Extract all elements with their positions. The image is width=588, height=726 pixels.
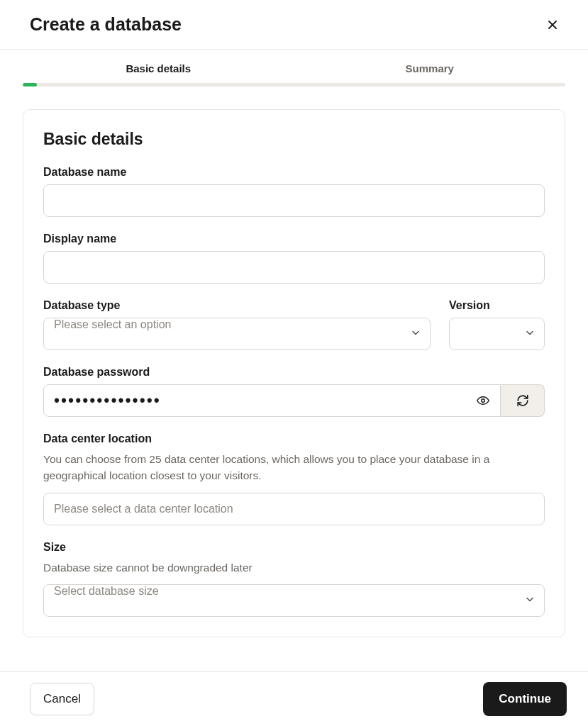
tab-basic-details[interactable]: Basic details: [23, 50, 294, 83]
data-center-location-label: Data center location: [43, 432, 545, 445]
eye-icon: [477, 394, 489, 407]
database-password-input[interactable]: [43, 384, 501, 417]
regenerate-password-button[interactable]: [501, 384, 545, 417]
version-select[interactable]: [449, 318, 545, 350]
size-helper: Database size cannot be downgraded later: [43, 559, 545, 576]
close-button[interactable]: [543, 15, 562, 35]
toggle-password-visibility-button[interactable]: [474, 391, 492, 410]
database-name-input[interactable]: [43, 184, 545, 217]
tab-summary[interactable]: Summary: [294, 50, 566, 83]
close-icon: [547, 19, 558, 30]
modal-title: Create a database: [30, 14, 182, 35]
database-name-label: Database name: [43, 166, 545, 179]
display-name-label: Display name: [43, 233, 545, 245]
version-label: Version: [449, 299, 545, 312]
database-type-select[interactable]: Please select an option: [43, 318, 431, 350]
svg-point-0: [482, 399, 485, 403]
database-type-label: Database type: [43, 299, 431, 312]
data-center-location-input[interactable]: [43, 493, 545, 525]
refresh-icon: [516, 394, 529, 407]
continue-button[interactable]: Continue: [483, 682, 567, 716]
data-center-location-helper: You can choose from 25 data center locat…: [43, 451, 545, 484]
cancel-button[interactable]: Cancel: [30, 683, 94, 715]
display-name-input[interactable]: [43, 251, 545, 284]
size-select[interactable]: Select database size: [43, 584, 545, 617]
size-label: Size: [43, 541, 545, 554]
section-title: Basic details: [43, 130, 545, 149]
database-password-label: Database password: [43, 366, 545, 379]
